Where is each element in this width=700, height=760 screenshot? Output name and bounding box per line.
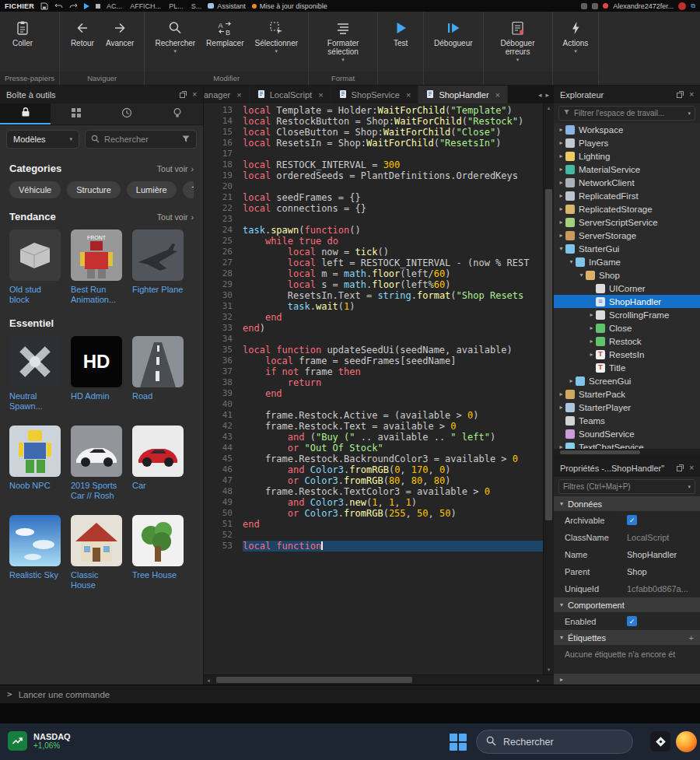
code-line-22[interactable]: 22local connections = {} [204,203,543,214]
menu-tab-affich[interactable]: AFFICH... [130,2,161,10]
toolbox-item-noob-npc[interactable]: Noob NPC [9,426,61,501]
code-line-53[interactable]: 53local function [204,541,543,552]
filter-funnel-icon[interactable] [181,135,191,144]
debogueur-button[interactable]: Débogueur [429,16,477,50]
update-available-button[interactable]: Mise à jour disponible [252,2,327,10]
expand-right-icon[interactable]: ▸ [587,311,596,318]
archivable-checkbox[interactable]: ✓ [627,515,637,525]
horizontal-scroll-thumb[interactable] [216,677,412,683]
expand-right-icon[interactable]: ▸ [557,166,565,173]
stop-icon[interactable] [96,4,100,9]
file-menu[interactable]: FICHIER [5,2,34,10]
expand-down-icon[interactable]: ▾ [567,258,576,265]
undo-icon[interactable] [54,2,63,9]
menu-tab-ac[interactable]: AC... [107,2,122,10]
code-line-20[interactable]: 20 [204,181,543,192]
play-icon[interactable] [84,3,89,9]
expand-right-icon[interactable]: ▸ [557,152,565,159]
explorer-item-soundservice[interactable]: SoundService [554,427,700,440]
expand-right-icon[interactable]: ▸ [567,377,576,384]
explorer-item-scrollingframe[interactable]: ▸ScrollingFrame [554,308,700,321]
expand-right-icon[interactable]: ▸ [557,404,565,411]
username-label[interactable]: Alexandre2472fer... [613,2,674,10]
expand-right-icon[interactable]: ▸ [557,179,565,186]
toolbox-tab-inventory[interactable] [51,103,101,124]
firefox-taskbar-icon[interactable] [676,731,697,752]
code-line-36[interactable]: 36 local frame = seedFrames[seedName] [204,355,543,366]
menu-tab-s[interactable]: S... [191,2,202,10]
notifications-icon[interactable] [592,3,598,9]
explorer-item-startergui[interactable]: ▾StarterGui [554,242,700,255]
code-line-47[interactable]: 47 or Color3.fromRGB(80, 80, 80) [204,475,543,486]
collaborate-icon[interactable] [581,3,587,9]
taskbar-widget[interactable]: NASDAQ +1,06% [8,731,71,751]
expand-right-icon[interactable]: ▸ [587,324,596,331]
code-line-13[interactable]: 13local Template = Holder:WaitForChild("… [204,105,543,116]
scroll-up-icon[interactable]: ▴ [544,103,554,113]
share-link-icon[interactable]: ⧉ [691,2,695,10]
popout-icon[interactable] [677,464,684,471]
windows-start-button[interactable] [450,734,467,751]
explorer-item-close[interactable]: ▸Close [554,321,700,334]
close-icon[interactable]: × [689,90,694,99]
property-section-comportement[interactable]: ▾Comportement [554,597,700,613]
toolbox-item-best-run-animation[interactable]: FRONTBest Run Animation... [71,229,122,305]
code-line-24[interactable]: 24task.spawn(function() [204,225,543,236]
deboguer-erreurs-button[interactable]: Déboguer erreurs▾ [489,16,547,65]
property-value[interactable]: Shop [627,567,647,576]
code-line-49[interactable]: 49 and Color3.new(1, 1, 1) [204,497,543,508]
explorer-item-teams[interactable]: Teams [554,414,700,427]
popout-icon[interactable] [677,91,684,98]
explorer-item-restock[interactable]: ▸Restock [554,334,700,348]
properties-filter-input[interactable]: Filtres (Ctrl+Maj+P) ▾ [558,479,695,494]
avancer-button[interactable]: Avancer [101,16,139,50]
explorer-item-replicatedfirst[interactable]: ▸ReplicatedFirst [554,189,700,202]
toolbox-item-car[interactable]: Car [132,426,184,501]
code-line-40[interactable]: 40 [204,399,543,410]
category-pill-t[interactable]: T [183,181,194,198]
menu-tab-pl[interactable]: PL... [169,2,184,10]
vertical-scroll-thumb[interactable] [545,189,552,520]
horizontal-scrollbar[interactable]: ◂ ▸ [204,674,554,685]
code-line-16[interactable]: 16local ResetsIn = Shop:WaitForChild("Re… [204,138,543,149]
code-line-42[interactable]: 42 frame.Restock.Text = available > 0 [204,421,543,432]
command-bar[interactable]: > Lancer une commande [0,685,700,703]
expand-right-icon[interactable]: ▸ [557,219,565,226]
code-line-14[interactable]: 14local RestockButton = Shop:WaitForChil… [204,116,543,127]
property-value[interactable]: ShopHandler [627,550,677,559]
toolbox-item-fighter-plane[interactable]: Fighter Plane [132,229,184,305]
code-line-39[interactable]: 39 end [204,388,543,399]
code-line-33[interactable]: 33end) [204,323,543,334]
toolbox-item-2019-sports-car-rosh[interactable]: 2019 Sports Car // Rosh [71,426,122,501]
property-value[interactable]: 1cfabb0d867a... [627,584,688,594]
code-line-15[interactable]: 15local CloseButton = Shop:WaitForChild(… [204,127,543,138]
scroll-right-icon[interactable]: ▸ [534,675,543,685]
code-line-18[interactable]: 18local RESTOCK_INTERVAL = 300 [204,159,543,170]
rechercher-button[interactable]: Rechercher▾ [150,16,200,56]
expand-right-icon[interactable]: ▸ [557,205,565,212]
selectionner-button[interactable]: Sélectionner▾ [250,16,303,56]
test-button[interactable]: Test [383,16,418,50]
code-line-30[interactable]: 30 ResetsIn.Text = string.format("Shop R… [204,290,543,301]
property-section-etiquettes[interactable]: ▾Étiquettes+ [554,630,700,646]
expand-right-icon[interactable]: ▸ [557,391,565,398]
code-line-31[interactable]: 31 task.wait(1) [204,301,543,312]
code-line-28[interactable]: 28 local m = math.floor(left/60) [204,268,543,279]
explorer-item-ingame[interactable]: ▾InGame [554,255,700,268]
expand-right-icon[interactable]: ▸ [587,338,596,345]
formater-selection-button[interactable]: Formater sélection▾ [314,16,372,65]
toolbox-search-input[interactable]: Rechercher [85,130,197,149]
explorer-item-networkclient[interactable]: ▸NetworkClient [554,176,700,189]
toolbox-tab-marketplace[interactable] [0,103,51,124]
tab-scroll-right-icon[interactable]: ▸ [545,91,549,99]
code-line-23[interactable]: 23 [204,214,543,225]
explorer-item-workspace[interactable]: ▸Workspace [554,123,700,136]
code-line-45[interactable]: 45 frame.Restock.BackroundColor3 = avail… [204,454,543,464]
coller-button[interactable]: Coller [5,16,40,50]
code-line-52[interactable]: 52 [204,530,543,541]
tab-close-icon[interactable]: × [406,90,411,100]
tab-close-icon[interactable]: × [495,90,500,100]
editor-tab-anager[interactable]: anager× [204,86,250,103]
section-collapse-icon[interactable]: ▾ [560,500,563,507]
code-line-21[interactable]: 21local seedFrames = {} [204,192,543,203]
